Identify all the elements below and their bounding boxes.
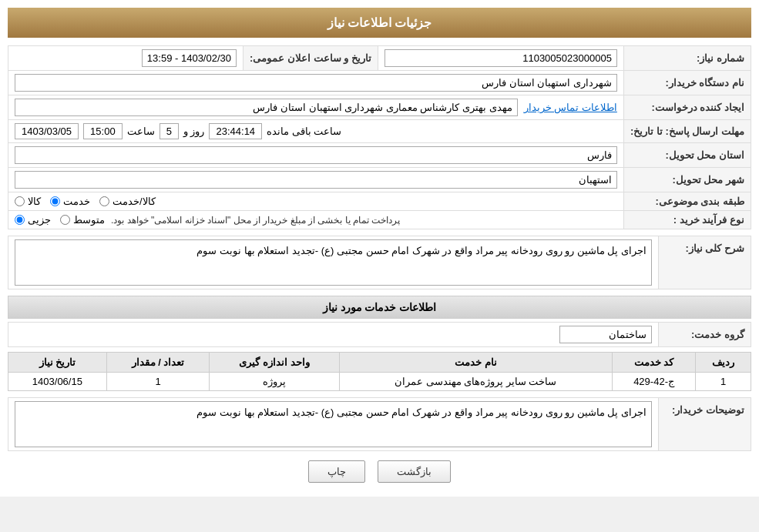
row-creator: ایجاد کننده درخواست: اطلاعات تماس خریدار… [8,95,751,120]
response-date-display: 1403/03/05 [15,123,79,139]
category-kala-khedmat-label: کالا/خدمت [113,196,156,207]
requester-org-input: شهرداری استهبان استان فارس [15,74,617,92]
response-deadline-value: ساعت باقی مانده 23:44:14 روز و 5 ساعت 15… [8,120,624,143]
response-deadline-label: مهلت ارسال پاسخ: تا تاریخ: [623,120,751,143]
page-header: جزئیات اطلاعات نیاز [8,8,751,38]
row-city: شهر محل تحویل: استهبان [8,168,751,192]
row-response-deadline: مهلت ارسال پاسخ: تا تاریخ: ساعت باقی مان… [8,120,751,143]
category-khedmat-label: خدمت [63,196,90,207]
buyer-desc-table: توضیحات خریدار: اجرای پل ماشین رو روی رو… [8,397,751,451]
creator-input: مهدی بهتری کارشناس معماری شهرداری استهبا… [15,99,518,116]
services-table-head: ردیف کد خدمت نام خدمت واحد اندازه گیری ت… [8,353,751,373]
cell-row-num: 1 [696,373,751,391]
purchase-note: پرداخت تمام یا بخشی از مبلغ خریدار از مح… [111,215,400,226]
response-time-display: 15:00 [83,123,123,139]
remaining-label: ساعت باقی مانده [267,125,341,137]
province-input: فارس [15,146,617,164]
page-wrapper: جزئیات اطلاعات نیاز شماره نیاز: 11030050… [0,0,759,497]
row-purchase-type: نوع فرآیند خرید : پرداخت تمام یا بخشی از… [8,211,751,229]
table-row: 1 ج-42-429 ساخت سایر پروژه‌های مهندسی عم… [8,373,751,391]
button-row: بازگشت چاپ [8,460,751,483]
purchase-radio-jozi-input[interactable] [15,215,25,225]
need-number-label: شماره نیاز: [623,46,751,71]
buyer-desc-value-cell: اجرای پل ماشین رو روی رودخانه پیر مراد و… [8,398,659,451]
cell-quantity: 1 [106,373,210,391]
announce-date-input: 1403/02/30 - 13:59 [142,49,237,67]
row-province: استان محل تحویل: فارس [8,143,751,168]
province-value: فارس [8,143,624,168]
col-unit: واحد اندازه گیری [210,353,339,373]
services-section-header: اطلاعات خدمات مورد نیاز [8,296,751,319]
row-service-group: گروه خدمت: ساختمان [8,323,751,347]
requester-org-label: نام دستگاه خریدار: [623,71,751,95]
description-table: شرح کلی نیاز: اجرای پل ماشین رو روی رودخ… [8,236,751,289]
category-radio-kala[interactable]: کالا [15,196,41,207]
need-number-input[interactable]: 1103005023000005 [385,49,617,67]
col-name: نام خدمت [339,353,612,373]
cell-code: ج-42-429 [612,373,696,391]
services-table-body: 1 ج-42-429 ساخت سایر پروژه‌های مهندسی عم… [8,373,751,391]
purchase-radio-jozi[interactable]: جزیی [15,214,51,226]
need-number-value: 1103005023000005 [378,46,623,71]
creator-link[interactable]: اطلاعات تماس خریدار [524,102,617,113]
category-radio-kala-input[interactable] [15,196,25,206]
service-group-value: ساختمان [8,323,659,347]
description-textarea[interactable]: اجرای پل ماشین رو روی رودخانه پیر مراد و… [15,239,652,286]
category-radio-group: کالا/خدمت خدمت کالا [15,196,617,207]
description-section: شرح کلی نیاز: اجرای پل ماشین رو روی رودخ… [8,236,751,289]
row-category: طبقه بندی موضوعی: کالا/خدمت خدمت کالا [8,192,751,211]
province-label: استان محل تحویل: [623,143,751,168]
main-info-table: شماره نیاز: 1103005023000005 تاریخ و ساع… [8,45,751,229]
purchase-mutawaset-label: متوسط [73,214,105,226]
city-value: استهبان [8,168,624,192]
print-button[interactable]: چاپ [308,460,365,483]
back-button[interactable]: بازگشت [378,460,451,483]
row-requester-org: نام دستگاه خریدار: شهرداری استهبان استان… [8,71,751,95]
requester-org-value: شهرداری استهبان استان فارس [8,71,624,95]
col-row-num: ردیف [696,353,751,373]
description-label: شرح کلی نیاز: [659,236,751,289]
purchase-type-options: پرداخت تمام یا بخشی از مبلغ خریدار از مح… [8,211,624,229]
purchase-type-label: نوع فرآیند خرید : [623,211,751,229]
cell-name: ساخت سایر پروژه‌های مهندسی عمران [339,373,612,391]
purchase-radio-mutawaset[interactable]: متوسط [60,214,105,226]
days-label: روز و [183,125,205,137]
row-description: شرح کلی نیاز: اجرای پل ماشین رو روی رودخ… [8,236,751,289]
purchase-radio-mutawaset-input[interactable] [60,215,70,225]
cell-unit: پروژه [210,373,339,391]
description-value-cell: اجرای پل ماشین رو روی رودخانه پیر مراد و… [8,236,659,289]
time-label: ساعت [127,125,155,137]
category-kala-label: کالا [28,196,41,207]
creator-value: اطلاعات تماس خریدار مهدی بهتری کارشناس م… [8,95,624,120]
row-need-number: شماره نیاز: 1103005023000005 تاریخ و ساع… [8,46,751,71]
header-title: جزئیات اطلاعات نیاز [327,16,432,29]
creator-label: ایجاد کننده درخواست: [623,95,751,120]
col-quantity: تعداد / مقدار [106,353,210,373]
col-date: تاریخ نیاز [8,353,107,373]
category-radio-khedmat[interactable]: خدمت [50,196,90,207]
category-radio-khedmat-input[interactable] [50,196,60,206]
row-buyer-desc: توضیحات خریدار: اجرای پل ماشین رو روی رو… [8,398,751,451]
days-display: 5 [160,123,179,139]
services-table-header-row: ردیف کد خدمت نام خدمت واحد اندازه گیری ت… [8,353,751,373]
service-group-input: ساختمان [559,326,652,343]
announce-date-label: تاریخ و ساعت اعلان عمومی: [243,46,378,71]
city-label: شهر محل تحویل: [623,168,751,192]
service-group-table: گروه خدمت: ساختمان [8,322,751,347]
city-input: استهبان [15,171,617,189]
cell-date: 1403/06/15 [8,373,107,391]
timer-display: 23:44:14 [209,123,262,139]
buyer-desc-textarea[interactable]: اجرای پل ماشین رو روی رودخانه پیر مراد و… [15,401,652,447]
col-code: کد خدمت [612,353,696,373]
category-radio-kala-khedmat[interactable]: کالا/خدمت [99,196,156,207]
category-radio-kala-khedmat-input[interactable] [99,196,109,206]
services-data-table: ردیف کد خدمت نام خدمت واحد اندازه گیری ت… [8,352,751,391]
category-options: کالا/خدمت خدمت کالا [8,192,624,211]
category-label: طبقه بندی موضوعی: [623,192,751,211]
purchase-radio-group: متوسط جزیی [15,214,105,226]
buyer-desc-label: توضیحات خریدار: [659,398,751,451]
purchase-jozi-label: جزیی [28,214,51,226]
service-group-label: گروه خدمت: [659,323,751,347]
announce-date-value: 1403/02/30 - 13:59 [8,46,243,71]
buyer-desc-section: توضیحات خریدار: اجرای پل ماشین رو روی رو… [8,397,751,451]
